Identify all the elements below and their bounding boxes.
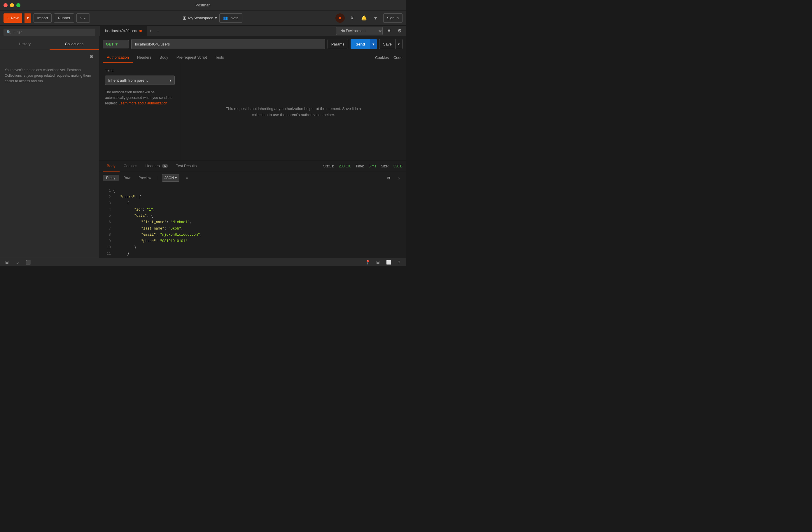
- copy-response-button[interactable]: ⧉: [385, 174, 393, 182]
- more-tabs-button[interactable]: ···: [154, 26, 163, 36]
- env-eye-button[interactable]: 👁: [385, 27, 393, 35]
- search-response-button[interactable]: ⌕: [395, 174, 403, 182]
- sign-in-label: Sign In: [387, 16, 399, 20]
- format-pretty[interactable]: Pretty: [103, 175, 119, 181]
- environment-select[interactable]: No Environment: [336, 27, 383, 35]
- new-button[interactable]: + New: [3, 13, 22, 23]
- filter-input[interactable]: [13, 30, 92, 34]
- traffic-lights: [3, 3, 20, 7]
- tab-headers[interactable]: Headers: [133, 52, 156, 63]
- workspace-caret-icon: ▾: [215, 16, 217, 20]
- send-button[interactable]: Send: [351, 39, 371, 49]
- grid-small-icon[interactable]: ⊞: [375, 259, 381, 266]
- save-caret-button[interactable]: ▾: [395, 39, 403, 49]
- main-layout: 🔍 History Collections ⊕ You haven't crea…: [0, 26, 406, 258]
- save-button[interactable]: Save: [379, 39, 395, 49]
- add-tab-button[interactable]: +: [147, 26, 154, 36]
- auth-description: The authorization header will be automat…: [105, 89, 175, 106]
- size-value: 336 B: [393, 164, 403, 168]
- send-caret-button[interactable]: ▾: [370, 39, 377, 49]
- close-button[interactable]: [3, 3, 8, 7]
- cookies-link[interactable]: Cookies: [375, 55, 389, 60]
- sign-in-button[interactable]: Sign In: [383, 13, 403, 23]
- json-line-5: 5 "data": {: [104, 213, 401, 219]
- wrap-lines-button[interactable]: ≡: [183, 174, 190, 182]
- auth-type-label: TYPE: [105, 69, 175, 73]
- add-tab-icon: +: [149, 28, 152, 33]
- json-line-7: 7 "last_name": "Okoh",: [104, 226, 401, 232]
- size-label: Size:: [381, 164, 389, 168]
- tab-authorization[interactable]: Authorization: [103, 52, 133, 63]
- tab-body[interactable]: Body: [156, 52, 172, 63]
- layout-icon[interactable]: ⬜: [385, 259, 392, 266]
- format-preview[interactable]: Preview: [135, 175, 155, 181]
- format-type-select[interactable]: JSON ▾: [162, 174, 179, 182]
- response-body-tab[interactable]: Body: [103, 161, 120, 172]
- minimize-button[interactable]: [10, 3, 14, 7]
- console-icon[interactable]: ⬛: [25, 259, 31, 266]
- request-sub-tabs: Authorization Headers Body Pre-request S…: [99, 52, 406, 63]
- status-bar: ⊟ ⌕ ⬛ 📍 ⊞ ⬜ ?: [0, 258, 406, 266]
- auth-type-caret-icon: ▾: [170, 78, 172, 83]
- invite-users-icon: 👥: [223, 16, 228, 20]
- search-response-icon: ⌕: [397, 176, 400, 180]
- fork-button[interactable]: ⑂ ▾: [76, 13, 90, 23]
- collections-tab[interactable]: Collections: [49, 39, 99, 49]
- auth-type-value: Inherit auth from parent: [108, 78, 148, 83]
- maximize-button[interactable]: [16, 3, 20, 7]
- auth-right-panel: This request is not inheriting any autho…: [181, 63, 406, 160]
- environment-selector: No Environment 👁 ⚙: [336, 27, 406, 35]
- fork-icon: ⑂ ▾: [80, 16, 86, 20]
- response-area: Body Cookies Headers 6 Test Results Stat…: [99, 161, 406, 258]
- record-icon[interactable]: ⏺: [335, 13, 345, 23]
- location-icon[interactable]: 📍: [364, 259, 371, 266]
- workspace-button[interactable]: ⊞ My Workspace ▾: [183, 15, 217, 21]
- status-label: Status:: [323, 164, 334, 168]
- json-line-12: 12 ]: [104, 257, 401, 258]
- new-caret-button[interactable]: ▾: [25, 13, 31, 23]
- env-settings-button[interactable]: ⚙: [395, 27, 404, 35]
- url-input[interactable]: [131, 39, 325, 49]
- eye-icon: 👁: [387, 28, 391, 33]
- mic-icon[interactable]: 🎙: [348, 14, 357, 22]
- headers-count-badge: 6: [162, 164, 168, 168]
- method-select[interactable]: GET ▾: [103, 40, 129, 48]
- response-test-results-tab[interactable]: Test Results: [172, 161, 201, 172]
- tab-pre-request-script[interactable]: Pre-request Script: [172, 52, 211, 63]
- format-raw[interactable]: Raw: [120, 175, 134, 181]
- save-button-group: Save ▾: [379, 39, 403, 49]
- json-line-9: 9 "phone": "08101010101": [104, 238, 401, 245]
- notification-icon[interactable]: 🔔: [360, 14, 368, 22]
- more-tabs-icon: ···: [157, 28, 160, 33]
- request-tab-right-links: Cookies Code: [375, 55, 403, 60]
- format-caret-icon: ▾: [175, 176, 177, 180]
- sidebar-toggle-icon[interactable]: ⊟: [3, 259, 11, 266]
- status-bar-right: 📍 ⊞ ⬜ ?: [364, 259, 403, 266]
- new-collection-button[interactable]: ⊕: [87, 52, 96, 60]
- sidebar-search-area: 🔍: [0, 26, 99, 39]
- grid-icon: ⊞: [183, 15, 186, 21]
- search-icon: 🔍: [6, 30, 11, 34]
- response-headers-tab[interactable]: Headers 6: [142, 161, 172, 172]
- response-cookies-tab[interactable]: Cookies: [120, 161, 142, 172]
- params-button[interactable]: Params: [328, 39, 348, 49]
- auth-type-select[interactable]: Inherit auth from parent ▾: [105, 75, 175, 85]
- json-line-6: 6 "first_name": "Michael",: [104, 219, 401, 226]
- help-icon[interactable]: ?: [395, 259, 403, 266]
- heart-icon[interactable]: ♥: [372, 14, 380, 22]
- import-button[interactable]: Import: [33, 13, 52, 23]
- find-icon[interactable]: ⌕: [14, 259, 21, 266]
- runner-label: Runner: [58, 16, 70, 20]
- learn-more-link[interactable]: Learn more about authorization: [119, 101, 168, 105]
- tab-tests[interactable]: Tests: [211, 52, 228, 63]
- json-line-10: 10 }: [104, 244, 401, 251]
- invite-button[interactable]: 👥 Invite: [219, 13, 242, 23]
- unsaved-indicator: [140, 30, 142, 32]
- code-link[interactable]: Code: [393, 55, 403, 60]
- send-label: Send: [356, 42, 365, 46]
- active-request-tab[interactable]: localhost:4040/users: [100, 26, 147, 36]
- invite-label: Invite: [230, 16, 238, 20]
- history-tab[interactable]: History: [0, 39, 49, 49]
- save-caret-icon: ▾: [398, 42, 400, 46]
- runner-button[interactable]: Runner: [54, 13, 74, 23]
